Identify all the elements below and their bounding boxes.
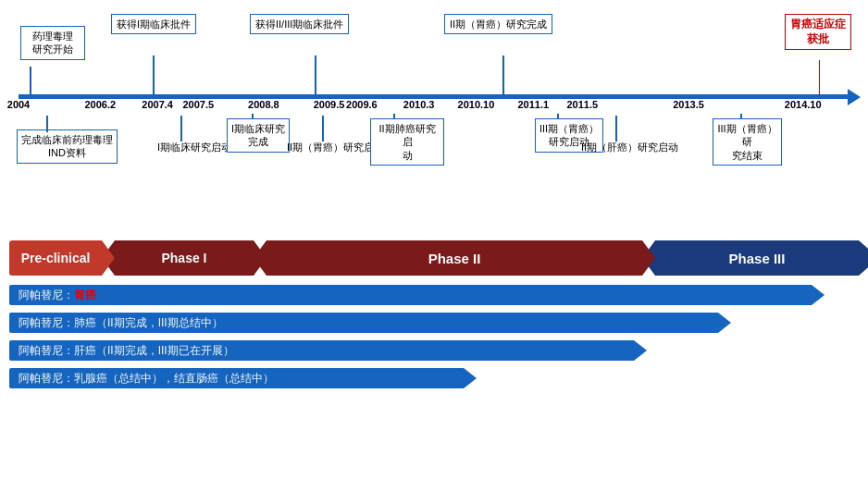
phase3-arrow	[859, 240, 868, 276]
bot-connector-3	[252, 114, 254, 119]
top-connector-4	[502, 55, 504, 95]
phase-3: Phase III	[655, 240, 859, 276]
progress-row-2: 阿帕替尼：肺癌（II期完成，III期总结中）	[9, 311, 859, 335]
progress-arrow-4	[464, 368, 477, 388]
year-labels-row: 2004 2006.2 2007.4 2007.5 2008.8 2009.5 …	[19, 99, 836, 116]
phase-section: Pre-clinical Phase I Phase II Phase II	[9, 240, 859, 390]
top-event-3: 获得II/III期临床批件	[250, 14, 349, 34]
year-20095: 2009.5	[314, 99, 345, 110]
main-container: 药理毒理 研究开始 获得I期临床批件 获得II/III期临床批件 II期（胃癌）…	[0, 0, 868, 400]
bot-event-8: III期（胃癌）研究结束	[713, 118, 782, 166]
year-20074: 2007.4	[142, 99, 173, 110]
progress-row-3: 阿帕替尼：肝癌（II期完成，III期已在开展）	[9, 338, 859, 363]
progress-bar-1: 阿帕替尼： 胃癌	[9, 285, 812, 305]
top-connector-2	[153, 55, 155, 95]
phase3-label: Phase III	[729, 251, 786, 266]
phase-preclinical: Pre-clinical	[9, 240, 102, 276]
bot-connector-1	[46, 116, 48, 132]
progress-arrow-1	[812, 285, 825, 305]
bot-event-1: 完成临床前药理毒理IND资料	[17, 129, 118, 164]
progress-row-4: 阿帕替尼：乳腺癌（总结中），结直肠癌（总结中）	[9, 366, 859, 390]
phase-preclinical-label: Pre-clinical	[21, 251, 91, 265]
top-event-5: 胃癌适应症获批	[785, 14, 851, 50]
top-connector-5	[819, 60, 821, 95]
bot-connector-5	[393, 114, 395, 119]
phase2-label: Phase II	[428, 251, 481, 266]
year-20111: 2011.1	[517, 99, 549, 110]
phase1-arrow	[254, 240, 267, 276]
year-20115: 2011.5	[566, 99, 598, 110]
bot-connector-8	[740, 114, 742, 119]
timeline-section: 药理毒理 研究开始 获得I期临床批件 获得II/III期临床批件 II期（胃癌）…	[9, 9, 859, 231]
preclinical-arrow	[102, 240, 115, 276]
bot-connector-6	[557, 114, 559, 119]
bot-connector-4	[322, 116, 324, 141]
year-20088: 2008.8	[248, 99, 279, 110]
progress-arrow-2	[718, 313, 731, 333]
top-connector-1	[30, 67, 31, 94]
top-event-1: 药理毒理 研究开始	[20, 26, 85, 60]
progress-bar-2: 阿帕替尼：肺癌（II期完成，III期总结中）	[9, 313, 718, 333]
bot-event-5: II期肺癌研究启动	[370, 118, 444, 166]
top-connector-3	[315, 55, 316, 95]
bot-event-3: I期临床研究完成	[227, 118, 290, 153]
top-event-2: 获得I期临床批件	[111, 14, 196, 34]
year-20135: 2013.5	[673, 99, 704, 110]
phase-1: Phase I	[115, 240, 254, 276]
progress-arrow-3	[634, 340, 647, 361]
phase2-arrow	[642, 240, 655, 276]
progress-row-1: 阿帕替尼： 胃癌	[9, 283, 859, 307]
year-201410: 2014.10	[785, 99, 822, 110]
bot-event-7: II期（肝癌）研究启动	[581, 139, 678, 156]
year-201010: 2010.10	[458, 99, 495, 110]
bar1-prefix: 阿帕替尼：	[9, 288, 74, 303]
progress-bar-4: 阿帕替尼：乳腺癌（总结中），结直肠癌（总结中）	[9, 368, 464, 388]
phase-bar: Pre-clinical Phase I Phase II Phase II	[9, 240, 859, 276]
bar4-label: 阿帕替尼：乳腺癌（总结中），结直肠癌（总结中）	[9, 371, 274, 387]
year-20103: 2010.3	[403, 99, 435, 110]
progress-bar-3: 阿帕替尼：肝癌（II期完成，III期已在开展）	[9, 340, 634, 361]
year-20075: 2007.5	[182, 99, 214, 110]
bot-connector-2	[180, 116, 182, 141]
bot-connector-7	[615, 116, 617, 141]
bar3-label: 阿帕替尼：肝癌（II期完成，III期已在开展）	[9, 343, 234, 359]
bot-event-2: I期临床研究启动	[157, 139, 231, 156]
year-2004: 2004	[7, 99, 30, 110]
top-event-4: II期（胃癌）研究完成	[444, 14, 552, 34]
bar1-suffix: 胃癌	[74, 288, 96, 303]
year-20096: 2009.6	[346, 99, 378, 110]
phase1-label: Phase I	[161, 251, 206, 265]
year-20062: 2006.2	[84, 99, 116, 110]
phase-2: Phase II	[267, 240, 642, 276]
bar2-label: 阿帕替尼：肺癌（II期完成，III期总结中）	[9, 315, 223, 331]
